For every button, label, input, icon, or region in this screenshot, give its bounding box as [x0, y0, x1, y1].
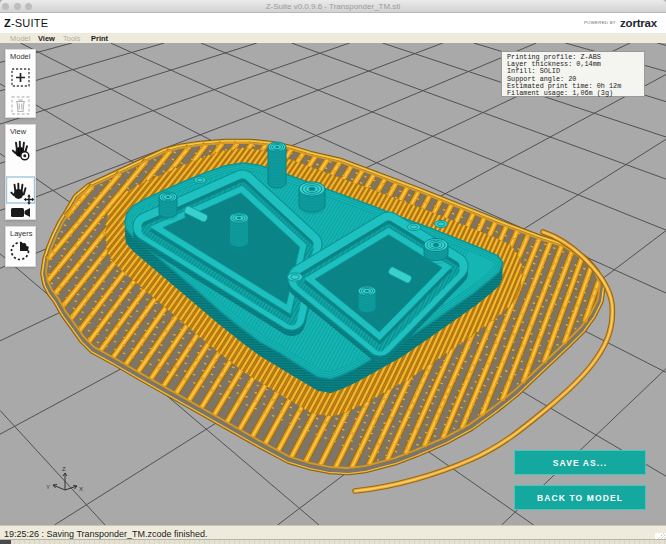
svg-text:Z: Z: [62, 466, 66, 472]
svg-text:X: X: [79, 486, 83, 492]
svg-text:Y: Y: [46, 484, 50, 490]
